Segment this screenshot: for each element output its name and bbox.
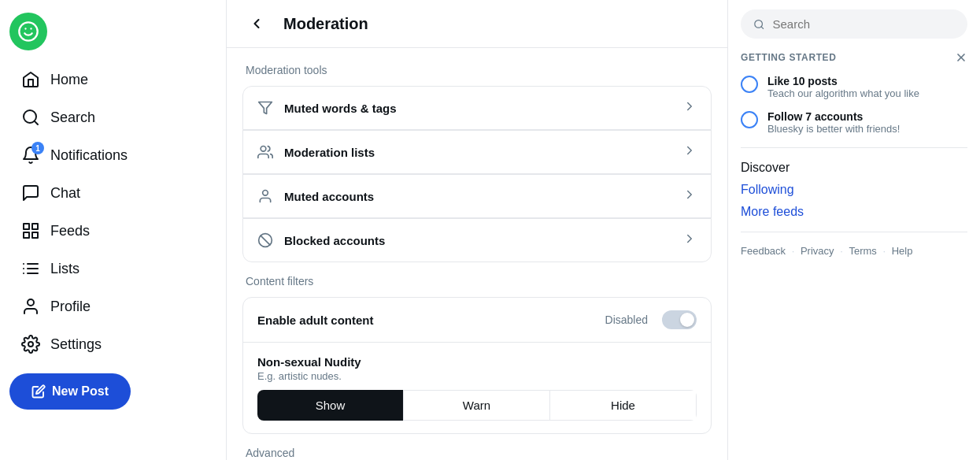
muted-words-item[interactable]: Muted words & tags <box>242 86 712 130</box>
feeds-icon <box>20 221 41 241</box>
chevron-right-icon-4 <box>682 232 697 249</box>
svg-point-18 <box>261 147 266 152</box>
sidebar-item-lists[interactable]: Lists <box>9 250 216 287</box>
task-0-title: Like 10 posts <box>767 75 919 87</box>
non-sexual-nudity-row: Non-sexual Nudity E.g. artistic nudes. S… <box>243 343 711 433</box>
help-link[interactable]: Help <box>892 245 913 257</box>
profile-icon <box>20 296 41 317</box>
footer-links: Feedback · Privacy · Terms · Help <box>741 245 967 257</box>
home-icon <box>20 69 41 90</box>
task-0-desc: Teach our algorithm what you like <box>767 87 919 99</box>
close-button[interactable] <box>955 51 967 64</box>
sidebar-item-profile[interactable]: Profile <box>9 288 216 325</box>
moderation-tools-card: Muted words & tags Moderation lists <box>242 86 712 262</box>
main-content: Moderation Moderation tools Muted words … <box>227 0 728 460</box>
notification-badge: 1 <box>31 142 44 154</box>
chat-icon <box>20 183 41 203</box>
filter-hide-button[interactable]: Hide <box>549 390 697 421</box>
sidebar: Home Search 1 Notifications Chat Feeds <box>0 0 227 460</box>
chevron-right-icon-2 <box>682 143 697 161</box>
svg-marker-17 <box>259 102 272 114</box>
svg-rect-7 <box>32 232 38 238</box>
moderation-lists-label: Moderation lists <box>284 146 671 159</box>
moderation-tools-title: Moderation tools <box>242 64 712 76</box>
moderation-lists-item[interactable]: Moderation lists <box>242 130 712 174</box>
nudity-filter-buttons: Show Warn Hide <box>257 390 697 421</box>
right-panel: GETTING STARTED Like 10 posts Teach our … <box>728 0 980 460</box>
blocked-accounts-label: Blocked accounts <box>284 234 671 247</box>
task-circle-1 <box>741 111 758 128</box>
adult-content-status: Disabled <box>605 313 648 326</box>
muted-accounts-label: Muted accounts <box>284 190 671 203</box>
page-title: Moderation <box>283 15 368 33</box>
sidebar-item-settings[interactable]: Settings <box>9 326 216 362</box>
search-icon-right <box>753 18 764 31</box>
sidebar-item-notifications[interactable]: 1 Notifications <box>9 137 216 173</box>
non-sexual-nudity-desc: E.g. artistic nudes. <box>257 370 697 382</box>
settings-icon <box>20 334 41 354</box>
main-header: Moderation <box>227 0 727 48</box>
back-button[interactable] <box>242 13 271 35</box>
svg-point-19 <box>263 191 268 196</box>
chevron-right-icon <box>682 99 697 117</box>
feedback-link[interactable]: Feedback <box>741 245 786 257</box>
task-item-0: Like 10 posts Teach our algorithm what y… <box>741 75 967 99</box>
task-1-desc: Bluesky is better with friends! <box>767 123 900 135</box>
following-link[interactable]: Following <box>741 183 967 197</box>
task-circle-0 <box>741 76 758 93</box>
non-sexual-nudity-label: Non-sexual Nudity <box>257 355 697 369</box>
svg-line-21 <box>261 236 270 245</box>
discover-link[interactable]: Discover <box>741 161 967 175</box>
svg-point-16 <box>28 342 33 347</box>
moderation-lists-icon <box>257 144 273 160</box>
svg-rect-5 <box>24 224 29 229</box>
blocked-accounts-icon <box>257 232 273 248</box>
svg-point-0 <box>19 22 37 40</box>
task-1-title: Follow 7 accounts <box>767 110 900 123</box>
enable-adult-content-row: Enable adult content Disabled <box>243 298 711 343</box>
lists-icon <box>20 258 41 279</box>
main-body: Moderation tools Muted words & tags Mode… <box>227 48 727 460</box>
sidebar-item-feeds[interactable]: Feeds <box>9 213 216 249</box>
content-filters-card: Enable adult content Disabled Non-sexual… <box>242 297 712 434</box>
muted-words-label: Muted words & tags <box>284 102 671 115</box>
getting-started-header: GETTING STARTED <box>741 51 967 64</box>
enable-adult-content-label: Enable adult content <box>257 313 374 327</box>
edit-icon <box>31 384 46 399</box>
muted-words-icon <box>257 100 273 116</box>
adult-content-toggle[interactable] <box>662 310 697 329</box>
sidebar-item-search[interactable]: Search <box>9 99 216 135</box>
filter-warn-button[interactable]: Warn <box>403 390 549 421</box>
task-item-1: Follow 7 accounts Bluesky is better with… <box>741 110 967 135</box>
svg-line-4 <box>35 121 38 124</box>
chevron-right-icon-3 <box>682 187 697 205</box>
blocked-accounts-item[interactable]: Blocked accounts <box>242 218 712 262</box>
search-icon <box>20 107 41 128</box>
sidebar-item-chat[interactable]: Chat <box>9 175 216 211</box>
filter-show-button[interactable]: Show <box>257 390 403 421</box>
search-box[interactable] <box>741 9 967 39</box>
content-filters-title: Content filters <box>242 275 712 288</box>
svg-rect-8 <box>24 232 29 238</box>
muted-accounts-icon <box>257 188 273 204</box>
svg-rect-6 <box>32 224 38 229</box>
divider-1 <box>741 147 967 148</box>
sidebar-item-home[interactable]: Home <box>9 61 216 98</box>
search-input[interactable] <box>772 17 955 31</box>
terms-link[interactable]: Terms <box>849 245 876 257</box>
svg-point-15 <box>28 299 34 306</box>
privacy-link[interactable]: Privacy <box>801 245 834 257</box>
new-post-button[interactable]: New Post <box>9 373 131 410</box>
advanced-title: Advanced <box>242 447 712 459</box>
more-feeds-link[interactable]: More feeds <box>741 205 967 219</box>
avatar[interactable] <box>9 13 47 50</box>
divider-2 <box>741 232 967 232</box>
svg-line-23 <box>761 26 764 28</box>
getting-started-label: GETTING STARTED <box>741 52 836 63</box>
muted-accounts-item[interactable]: Muted accounts <box>242 174 712 218</box>
notifications-icon: 1 <box>20 145 41 165</box>
